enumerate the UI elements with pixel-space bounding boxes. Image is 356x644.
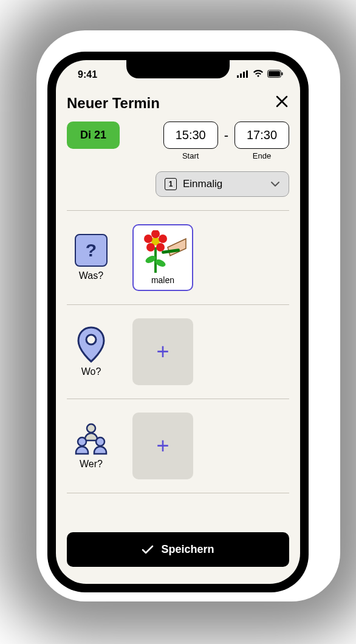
svg-point-17 — [86, 335, 96, 344]
svg-point-19 — [78, 437, 86, 446]
svg-point-18 — [87, 424, 95, 433]
repeat-one-badge-icon: 1 — [165, 178, 177, 190]
svg-point-12 — [159, 235, 167, 243]
cellular-icon — [237, 69, 249, 80]
battery-icon — [267, 69, 283, 80]
svg-rect-2 — [243, 72, 245, 78]
section-what: ? Was? — [67, 211, 289, 305]
chevron-down-icon — [270, 178, 280, 190]
plus-icon: + — [156, 433, 169, 459]
section-who: Wer? + — [67, 399, 289, 493]
add-where-button[interactable]: + — [132, 318, 193, 385]
what-item-card[interactable]: malen — [132, 224, 193, 291]
save-button-label: Speichern — [161, 543, 214, 556]
svg-rect-1 — [240, 74, 242, 78]
plus-icon: + — [156, 339, 169, 365]
section-who-label: Wer? — [80, 459, 103, 470]
end-time-input[interactable]: 17:30 — [234, 122, 289, 149]
end-time-label: Ende — [253, 151, 271, 160]
start-time-input[interactable]: 15:30 — [163, 122, 218, 149]
painting-flower-icon — [139, 230, 187, 274]
time-separator: - — [224, 122, 228, 143]
what-item-label: malen — [151, 275, 174, 285]
add-who-button[interactable]: + — [132, 413, 193, 479]
svg-rect-5 — [269, 71, 280, 77]
check-icon — [142, 545, 154, 555]
start-time-label: Start — [182, 151, 199, 160]
section-what-label: Was? — [79, 270, 103, 281]
svg-point-14 — [146, 243, 155, 252]
phone-frame: 9:41 — [47, 52, 309, 592]
people-icon — [73, 422, 109, 455]
repeat-label: Einmalig — [183, 178, 222, 190]
repeat-select[interactable]: 1 Einmalig — [156, 171, 289, 197]
page-title: Neuer Termin — [67, 95, 160, 112]
wifi-icon — [253, 69, 264, 80]
svg-rect-6 — [282, 72, 283, 75]
close-button[interactable] — [275, 94, 289, 112]
status-time: 9:41 — [78, 69, 97, 80]
save-button[interactable]: Speichern — [67, 532, 289, 567]
svg-point-15 — [144, 235, 152, 243]
svg-point-20 — [96, 437, 104, 446]
svg-point-11 — [151, 230, 160, 238]
notch — [126, 60, 230, 78]
question-mark-icon: ? — [75, 234, 108, 267]
svg-point-13 — [156, 243, 165, 252]
section-where-label: Wo? — [81, 366, 101, 377]
screen: 9:41 — [56, 60, 300, 584]
svg-rect-0 — [237, 75, 239, 78]
date-chip[interactable]: Di 21 — [67, 122, 120, 149]
svg-rect-3 — [246, 70, 248, 78]
location-pin-icon — [76, 326, 106, 363]
section-where: Wo? + — [67, 305, 289, 399]
close-icon — [275, 94, 289, 109]
